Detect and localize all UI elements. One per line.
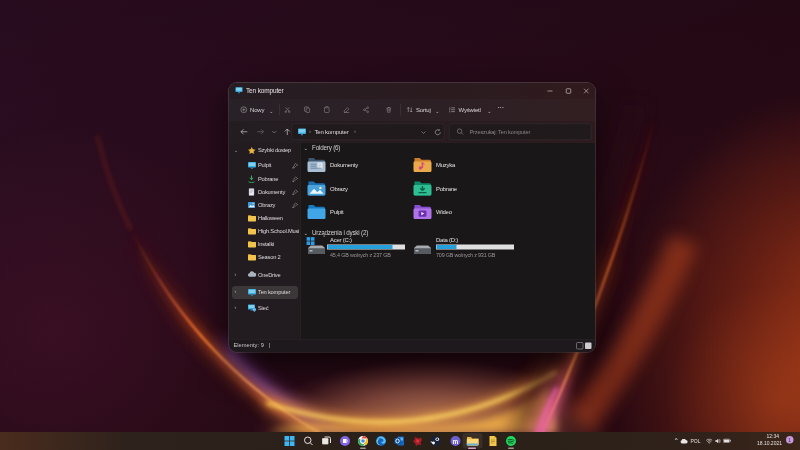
svg-text:m: m [453,438,459,445]
